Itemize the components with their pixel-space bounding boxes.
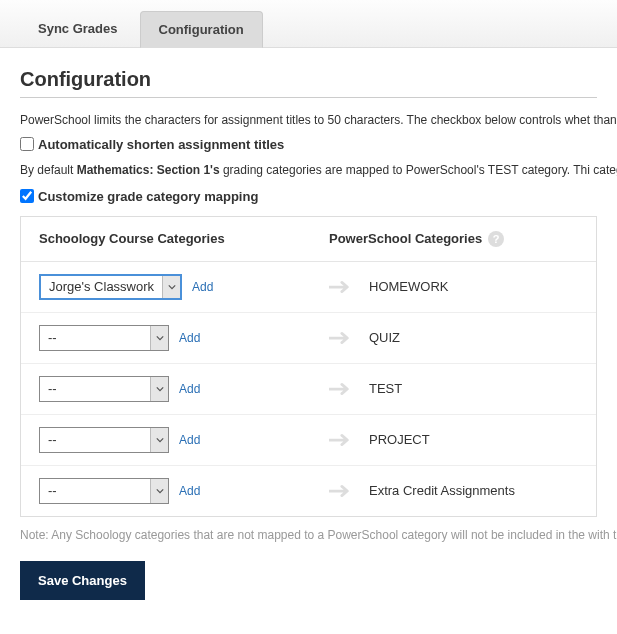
add-category-link[interactable]: Add [179,484,200,498]
customize-mapping-checkbox[interactable] [20,189,34,203]
add-category-link[interactable]: Add [192,280,213,294]
description-default-mapping: By default Mathematics: Section 1's grad… [20,162,597,179]
category-select[interactable]: -- [39,325,169,351]
chevron-down-icon[interactable] [150,479,168,503]
arrow-right-icon [329,484,351,498]
mapping-note: Note: Any Schoology categories that are … [20,527,597,544]
arrow-right-icon [329,280,351,294]
category-select-value: -- [40,326,150,350]
mapping-row: -- Add QUIZ [21,313,596,364]
category-select-value: Jorge's Classwork [41,276,162,298]
powerschool-category: Extra Credit Assignments [369,483,515,498]
category-select[interactable]: -- [39,427,169,453]
chevron-down-icon[interactable] [150,326,168,350]
description-powerschool-limit: PowerSchool limits the characters for as… [20,112,597,129]
tabs-bar: Sync Grades Configuration [0,0,617,48]
content-area: Configuration PowerSchool limits the cha… [0,48,617,620]
add-category-link[interactable]: Add [179,331,200,345]
category-select[interactable]: -- [39,478,169,504]
customize-mapping-label: Customize grade category mapping [38,189,258,204]
save-changes-button[interactable]: Save Changes [20,561,145,600]
powerschool-category: HOMEWORK [369,279,448,294]
tab-configuration[interactable]: Configuration [140,11,263,48]
arrow-right-icon [329,382,351,396]
mapping-row: Jorge's Classwork Add HOMEWORK [21,262,596,313]
customize-mapping-row[interactable]: Customize grade category mapping [20,189,597,204]
category-select-value: -- [40,428,150,452]
mapping-row: -- Add Extra Credit Assignments [21,466,596,516]
add-category-link[interactable]: Add [179,382,200,396]
shorten-titles-label: Automatically shorten assignment titles [38,137,284,152]
tab-sync-grades[interactable]: Sync Grades [20,11,136,48]
mapping-header: Schoology Course Categories PowerSchool … [21,217,596,262]
mapping-table: Schoology Course Categories PowerSchool … [20,216,597,517]
arrow-right-icon [329,433,351,447]
category-select-value: -- [40,377,150,401]
page-title: Configuration [20,68,597,98]
category-select[interactable]: Jorge's Classwork [39,274,182,300]
chevron-down-icon[interactable] [150,377,168,401]
header-schoology: Schoology Course Categories [39,231,329,246]
powerschool-category: QUIZ [369,330,400,345]
category-select-value: -- [40,479,150,503]
powerschool-category: PROJECT [369,432,430,447]
add-category-link[interactable]: Add [179,433,200,447]
mapping-row: -- Add TEST [21,364,596,415]
shorten-titles-row[interactable]: Automatically shorten assignment titles [20,137,597,152]
mapping-row: -- Add PROJECT [21,415,596,466]
help-icon[interactable]: ? [488,231,504,247]
header-powerschool: PowerSchool Categories ? [329,231,578,247]
powerschool-category: TEST [369,381,402,396]
chevron-down-icon[interactable] [162,276,180,298]
chevron-down-icon[interactable] [150,428,168,452]
arrow-right-icon [329,331,351,345]
shorten-titles-checkbox[interactable] [20,137,34,151]
category-select[interactable]: -- [39,376,169,402]
